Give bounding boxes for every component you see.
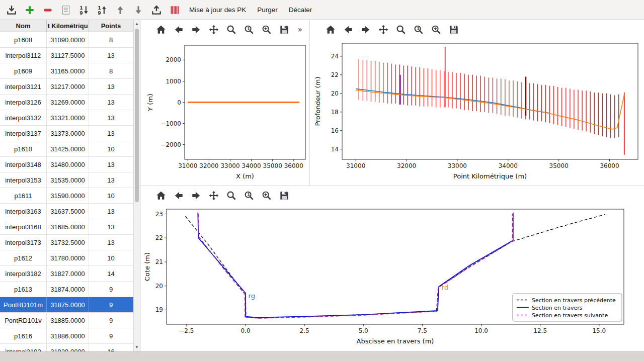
cross-section-plot-canvas[interactable]: −2.50.02.55.07.510.012.515.01920212223Ab… <box>140 205 644 352</box>
pan-button[interactable] <box>207 189 220 202</box>
scrollbar-thumb[interactable] <box>135 29 139 202</box>
plan-plot-toolbar: 1» <box>140 20 309 39</box>
home-button[interactable] <box>154 189 168 202</box>
save-figure-button[interactable] <box>278 189 291 202</box>
svg-text:32000: 32000 <box>199 162 218 169</box>
back-button[interactable] <box>172 189 185 202</box>
pan-button[interactable] <box>207 23 220 36</box>
table-row[interactable]: interpol315331535.000013 <box>0 172 140 188</box>
column-header-nom[interactable]: Nom <box>0 20 47 32</box>
table-row[interactable]: p161631886.00009 <box>0 328 140 344</box>
move-up-button[interactable] <box>112 2 129 18</box>
plots-area: 1» 310003200033000340003500036000−2000−1… <box>140 20 644 351</box>
move-down-button[interactable] <box>130 2 147 18</box>
profile-plot-canvas[interactable]: 3100032000330003400035000360001416182022… <box>310 39 644 186</box>
table-cell: 31535.0000 <box>47 172 89 188</box>
export-button[interactable] <box>148 2 165 18</box>
zoom-button[interactable] <box>394 23 408 36</box>
home-button[interactable] <box>154 23 168 36</box>
save-figure-button[interactable] <box>447 23 460 36</box>
zoom-button[interactable] <box>225 189 238 202</box>
back-button[interactable] <box>172 23 185 36</box>
table-cell: 31732.5000 <box>47 235 89 250</box>
table-cell: 9 <box>89 282 133 297</box>
svg-text:Section en travers précédente: Section en travers précédente <box>532 297 616 304</box>
zoom-one-icon: 1 <box>413 24 424 35</box>
table-cell: 31874.0000 <box>47 282 89 297</box>
column-header-pk[interactable]: t Kilométriqu <box>47 20 89 32</box>
column-header-points[interactable]: Points <box>89 20 133 32</box>
zoom-plus-button[interactable] <box>260 189 273 202</box>
shift-button[interactable]: Décaler <box>284 2 317 18</box>
table-row[interactable]: interpol312131217.000013 <box>0 79 140 95</box>
zoom-plus-button[interactable] <box>430 23 443 36</box>
zoom-icon <box>226 24 237 35</box>
scroll-down-button[interactable]: ▼ <box>134 344 140 351</box>
sort-descending-button[interactable]: 19 <box>75 2 93 18</box>
zoom-button[interactable] <box>225 23 238 36</box>
svg-text:34000: 34000 <box>499 162 518 169</box>
table-cell: interpol3121 <box>0 79 47 94</box>
interpolate-sections-button[interactable] <box>166 2 183 18</box>
plan-plot-canvas[interactable]: 310003200033000340003500036000−2000−1000… <box>140 39 309 186</box>
forward-button[interactable] <box>190 189 203 202</box>
table-row[interactable]: PontRD101v31885.00009 <box>0 313 140 328</box>
table-row[interactable]: p160831090.00008 <box>0 32 140 48</box>
table-cell: 13 <box>89 48 133 63</box>
export-icon <box>151 5 162 16</box>
svg-text:Section en travers: Section en travers <box>532 305 583 311</box>
table-row[interactable]: interpol318231827.000014 <box>0 266 140 282</box>
home-button[interactable] <box>324 23 337 36</box>
scroll-up-button[interactable]: ▲ <box>134 21 140 28</box>
svg-text:5.0: 5.0 <box>359 327 368 334</box>
delete-section-button[interactable] <box>39 2 56 18</box>
add-section-button[interactable] <box>21 2 38 18</box>
purge-button[interactable]: Purger <box>252 2 283 18</box>
table-row[interactable]: p161331874.00009 <box>0 282 140 297</box>
forward-button[interactable] <box>359 23 372 36</box>
table-row[interactable]: interpol317331732.500013 <box>0 235 140 250</box>
table-row[interactable]: interpol313231321.000013 <box>0 110 140 126</box>
table-row[interactable]: p161131590.000010 <box>0 188 140 204</box>
table-row[interactable]: interpol319231929.000016 <box>0 344 140 351</box>
zoom-one-button[interactable]: 1 <box>243 189 256 202</box>
save-icon <box>448 24 459 35</box>
table-row[interactable]: p161031425.000010 <box>0 141 140 157</box>
table-row[interactable]: interpol316331637.500013 <box>0 204 140 219</box>
forward-button[interactable] <box>190 23 203 36</box>
import-button[interactable] <box>3 2 20 18</box>
table-row[interactable]: PontRD101m31875.00009 <box>0 297 140 313</box>
table-cell: 31637.5000 <box>47 204 89 219</box>
status-bar <box>0 351 644 362</box>
table-row[interactable]: interpol312631269.000013 <box>0 95 140 110</box>
table-cell: interpol3132 <box>0 110 47 125</box>
table-row[interactable]: p161231780.000010 <box>0 250 140 266</box>
zoom-plus-button[interactable] <box>260 23 273 36</box>
svg-text:33000: 33000 <box>220 162 239 169</box>
back-icon <box>343 24 354 35</box>
table-cell: 13 <box>89 126 133 141</box>
toolbar-overflow-button[interactable]: » <box>296 25 304 34</box>
table-row[interactable]: interpol316831685.000013 <box>0 219 140 235</box>
zoom-one-button[interactable]: 1 <box>243 23 256 36</box>
table-row[interactable]: interpol313731373.000013 <box>0 126 140 141</box>
sort-ascending-button[interactable]: 19 <box>94 2 111 18</box>
sort-asc-icon: 19 <box>97 5 108 16</box>
zoom-one-icon: 1 <box>244 24 255 35</box>
table-row[interactable]: interpol314831480.000013 <box>0 157 140 172</box>
svg-text:Section en travers suivante: Section en travers suivante <box>532 312 608 319</box>
table-row[interactable]: interpol311231127.500013 <box>0 48 140 63</box>
zoom-one-button[interactable]: 1 <box>412 23 425 36</box>
edit-list-button[interactable] <box>57 2 74 18</box>
svg-text:35000: 35000 <box>549 162 569 169</box>
save-figure-button[interactable] <box>278 23 291 36</box>
table-row[interactable]: p160931165.00008 <box>0 63 140 79</box>
pan-button[interactable] <box>377 23 390 36</box>
svg-text:Cote (m): Cote (m) <box>143 252 151 281</box>
update-pk-button[interactable]: Mise à jour des PK <box>184 2 251 18</box>
table-cell: 31875.0000 <box>47 297 89 312</box>
table-cell: interpol3163 <box>0 204 47 219</box>
table-scrollbar[interactable]: ▲ ▼ <box>133 20 140 351</box>
table-cell: interpol3112 <box>0 48 47 63</box>
back-button[interactable] <box>342 23 355 36</box>
